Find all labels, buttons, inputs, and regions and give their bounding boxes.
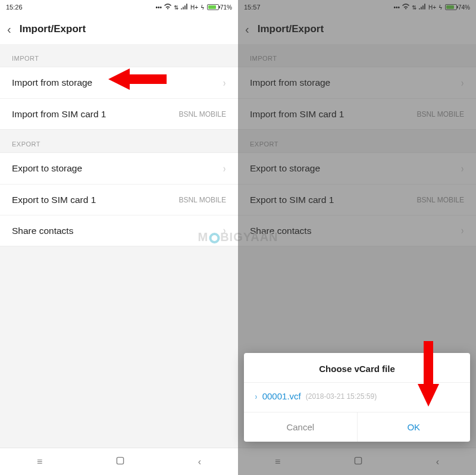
battery-percent: 74% [458, 4, 470, 11]
data-updown-icon: ⇅ [412, 4, 416, 11]
phone-screenshot-right: 15:57 ••• ⇅ H+ ϟ 74% ‹ Import/Expo [238, 0, 476, 475]
sim-operator: BSNL MOBILE [416, 196, 464, 204]
vcard-file-name: 00001.vcf [262, 391, 301, 401]
row-label: Export to storage [250, 163, 320, 174]
page-title: Import/Export [20, 23, 86, 35]
home-icon[interactable] [354, 457, 362, 467]
svg-rect-0 [117, 457, 123, 464]
battery-icon [207, 4, 219, 10]
import-list: Import from storage › Import from SIM ca… [0, 67, 238, 130]
row-label: Import from storage [12, 77, 92, 88]
network-type: H+ [428, 4, 436, 11]
empty-space [0, 246, 238, 448]
chevron-right-icon: › [223, 162, 226, 175]
sim-operator: BSNL MOBILE [178, 110, 226, 118]
battery-icon [445, 4, 457, 10]
back-icon[interactable]: ‹ [7, 23, 11, 36]
back-nav-icon[interactable]: ‹ [436, 457, 439, 467]
chevron-right-icon: › [223, 224, 226, 237]
vcard-file-date: (2018-03-21 15:25:59) [306, 392, 377, 401]
row-share-contacts[interactable]: Share contacts › [0, 215, 238, 246]
row-label: Share contacts [12, 226, 73, 236]
svg-rect-3 [355, 457, 361, 464]
row-label: Import from SIM card 1 [250, 109, 344, 120]
status-bar: 15:57 ••• ⇅ H+ ϟ 74% [238, 0, 476, 14]
sim-operator: BSNL MOBILE [178, 196, 226, 204]
row-label: Import from SIM card 1 [12, 109, 106, 120]
row-export-to-sim[interactable]: Export to SIM card 1 BSNL MOBILE [0, 184, 238, 215]
choose-vcard-dialog: Choose vCard file › 00001.vcf (2018-03-2… [244, 353, 470, 442]
row-label: Export to SIM card 1 [250, 195, 334, 205]
system-navbar: ≡ ‹ [0, 448, 238, 475]
sim-operator: BSNL MOBILE [416, 110, 464, 118]
signal-icon [181, 4, 188, 11]
row-import-from-storage[interactable]: Import from storage › [238, 67, 476, 98]
section-label-export: EXPORT [238, 130, 476, 152]
home-icon[interactable] [116, 457, 124, 467]
page-header: ‹ Import/Export [0, 14, 238, 44]
ok-button[interactable]: OK [358, 412, 471, 442]
recents-icon[interactable]: ≡ [275, 457, 280, 467]
chevron-right-icon: › [461, 162, 464, 175]
more-icon: ••• [155, 4, 162, 11]
data-updown-icon: ⇅ [174, 4, 178, 11]
row-label: Share contacts [250, 226, 311, 236]
wifi-icon [164, 4, 171, 11]
row-label: Export to SIM card 1 [12, 195, 96, 205]
status-bar: 15:26 ••• ⇅ H+ ϟ 71% [0, 0, 238, 14]
phone-screenshot-left: 15:26 ••• ⇅ H+ ϟ 71% ‹ Import/Expo [0, 0, 238, 475]
export-list: Export to storage › Export to SIM card 1… [0, 152, 238, 246]
row-export-to-sim[interactable]: Export to SIM card 1 BSNL MOBILE [238, 184, 476, 215]
chevron-right-icon: › [255, 392, 257, 401]
chevron-right-icon: › [223, 77, 226, 89]
status-time: 15:26 [6, 4, 23, 11]
battery-percent: 71% [220, 4, 232, 11]
row-import-from-sim[interactable]: Import from SIM card 1 BSNL MOBILE [0, 98, 238, 129]
row-label: Import from storage [250, 77, 330, 88]
row-import-from-storage[interactable]: Import from storage › [0, 67, 238, 98]
recents-icon[interactable]: ≡ [37, 457, 42, 467]
wifi-icon [402, 4, 409, 11]
signal-icon [419, 4, 426, 11]
page-title: Import/Export [258, 23, 324, 35]
system-navbar: ≡ ‹ [238, 448, 476, 475]
import-list: Import from storage › Import from SIM ca… [238, 67, 476, 130]
row-export-to-storage[interactable]: Export to storage › [0, 153, 238, 184]
back-nav-icon[interactable]: ‹ [198, 457, 201, 467]
dialog-file-row[interactable]: › 00001.vcf (2018-03-21 15:25:59) [244, 382, 470, 412]
chevron-right-icon: › [461, 224, 464, 237]
page-header: ‹ Import/Export [238, 14, 476, 44]
status-time: 15:57 [244, 4, 261, 11]
export-list: Export to storage › Export to SIM card 1… [238, 152, 476, 246]
back-icon[interactable]: ‹ [245, 23, 249, 36]
dialog-title: Choose vCard file [244, 353, 470, 382]
row-label: Export to storage [12, 163, 82, 174]
section-label-import: IMPORT [0, 44, 238, 67]
chevron-right-icon: › [461, 77, 464, 89]
charging-icon: ϟ [439, 4, 443, 11]
network-type: H+ [190, 4, 198, 11]
charging-icon: ϟ [201, 4, 205, 11]
row-import-from-sim[interactable]: Import from SIM card 1 BSNL MOBILE [238, 98, 476, 129]
row-export-to-storage[interactable]: Export to storage › [238, 153, 476, 184]
more-icon: ••• [393, 4, 400, 11]
cancel-button[interactable]: Cancel [244, 412, 358, 442]
row-share-contacts[interactable]: Share contacts › [238, 215, 476, 246]
section-label-export: EXPORT [0, 130, 238, 152]
section-label-import: IMPORT [238, 44, 476, 67]
